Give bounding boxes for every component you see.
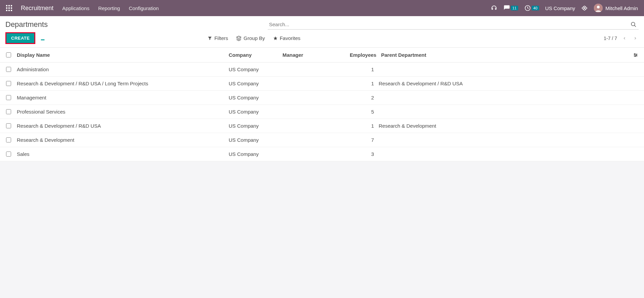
user-menu[interactable]: Mitchell Admin — [594, 4, 638, 12]
menu-applications[interactable]: Applications — [62, 5, 89, 11]
table-row[interactable]: SalesUS Company3 — [0, 147, 644, 161]
cell-employees: 2 — [350, 95, 377, 100]
cell-parent-dept: Research & Development / R&D USA — [377, 81, 627, 86]
topbar-left: Recruitment Applications Reporting Confi… — [6, 5, 159, 12]
col-company[interactable]: Company — [229, 52, 282, 58]
table-row[interactable]: Research & DevelopmentUS Company7 — [0, 133, 644, 147]
filters-label: Filters — [214, 35, 228, 41]
cell-display-name: Professional Services — [17, 109, 229, 115]
groupby-label: Group By — [243, 35, 265, 41]
apps-icon[interactable] — [6, 5, 12, 11]
row-checkbox[interactable] — [6, 95, 11, 100]
activities-badge: 40 — [532, 6, 539, 10]
col-display-name[interactable]: Display Name — [17, 52, 229, 58]
cell-company: US Company — [229, 109, 282, 115]
page-title: Departments — [5, 20, 48, 29]
svg-line-13 — [634, 25, 636, 27]
pager-text[interactable]: 1-7 / 7 — [604, 36, 617, 41]
cell-employees: 3 — [350, 151, 377, 157]
svg-rect-6 — [6, 10, 7, 11]
svg-point-18 — [636, 54, 637, 55]
avatar — [594, 4, 603, 12]
cell-display-name: Research & Development — [17, 137, 229, 143]
svg-point-11 — [597, 6, 600, 8]
cell-company: US Company — [229, 137, 282, 143]
svg-rect-8 — [11, 10, 12, 11]
import-icon[interactable] — [40, 36, 45, 41]
cell-company: US Company — [229, 151, 282, 157]
cell-company: US Company — [229, 81, 282, 86]
funnel-icon — [207, 36, 212, 41]
svg-rect-5 — [11, 7, 12, 9]
layers-icon — [236, 36, 241, 41]
row-checkbox[interactable] — [6, 152, 11, 157]
create-button[interactable]: CREATE — [5, 32, 35, 44]
table-row[interactable]: Research & Development / R&D USA / Long … — [0, 77, 644, 91]
svg-point-12 — [631, 22, 635, 26]
svg-point-17 — [634, 53, 635, 54]
cell-display-name: Research & Development / R&D USA / Long … — [17, 81, 229, 86]
cell-employees: 5 — [350, 109, 377, 115]
table-row[interactable]: ManagementUS Company2 — [0, 91, 644, 105]
menu-reporting[interactable]: Reporting — [98, 5, 120, 11]
user-name: Mitchell Admin — [605, 5, 638, 11]
topbar-right: 11 40 US Company Mitchell Admin — [491, 4, 638, 12]
cell-display-name: Sales — [17, 151, 229, 157]
cell-display-name: Administration — [17, 67, 229, 72]
svg-rect-1 — [8, 5, 10, 6]
controlbar: Departments CREATE Filters Group By Favo… — [0, 16, 644, 48]
filters-button[interactable]: Filters — [207, 35, 228, 41]
pager-prev[interactable] — [621, 36, 628, 40]
cell-employees: 1 — [350, 67, 377, 72]
table-row[interactable]: AdministrationUS Company1 — [0, 62, 644, 77]
topbar: Recruitment Applications Reporting Confi… — [0, 0, 644, 16]
cell-parent-dept: Research & Development — [377, 123, 627, 129]
brand-title[interactable]: Recruitment — [21, 5, 53, 12]
activities-icon[interactable]: 40 — [524, 5, 539, 11]
cell-employees: 1 — [350, 81, 377, 86]
discuss-icon[interactable]: 11 — [503, 5, 518, 11]
select-all-checkbox[interactable] — [6, 52, 11, 57]
row-checkbox[interactable] — [6, 123, 11, 128]
cell-display-name: Management — [17, 95, 229, 100]
row-checkbox[interactable] — [6, 67, 11, 72]
row-checkbox[interactable] — [6, 109, 11, 114]
favorites-button[interactable]: Favorites — [273, 35, 301, 41]
list-view: Display Name Company Manager Employees P… — [0, 48, 644, 161]
search-input[interactable] — [268, 19, 629, 29]
optional-fields-icon[interactable] — [627, 52, 644, 58]
search-icon[interactable] — [629, 22, 639, 28]
search-bar[interactable] — [268, 19, 639, 30]
row-checkbox[interactable] — [6, 81, 11, 86]
list-header: Display Name Company Manager Employees P… — [0, 48, 644, 62]
favorites-label: Favorites — [280, 35, 301, 41]
table-row[interactable]: Professional ServicesUS Company5 — [0, 105, 644, 119]
cell-employees: 7 — [350, 137, 377, 143]
col-parent-dept[interactable]: Parent Department — [379, 52, 627, 58]
svg-rect-2 — [11, 5, 12, 6]
svg-rect-3 — [6, 7, 7, 9]
svg-rect-7 — [8, 10, 10, 11]
cell-employees: 1 — [350, 123, 377, 129]
svg-rect-4 — [8, 7, 10, 9]
table-row[interactable]: Research & Development / R&D USAUS Compa… — [0, 119, 644, 133]
col-employees[interactable]: Employees — [350, 52, 379, 58]
svg-point-19 — [635, 56, 636, 57]
row-checkbox[interactable] — [6, 137, 11, 142]
pager-next[interactable] — [632, 36, 639, 40]
groupby-button[interactable]: Group By — [236, 35, 265, 41]
support-icon[interactable] — [491, 5, 497, 11]
svg-rect-0 — [6, 5, 7, 6]
menu-configuration[interactable]: Configuration — [129, 5, 159, 11]
discuss-badge: 11 — [511, 6, 518, 10]
star-icon — [273, 36, 278, 41]
col-manager[interactable]: Manager — [282, 52, 350, 58]
company-switcher[interactable]: US Company — [545, 5, 575, 11]
debug-icon[interactable] — [581, 5, 588, 11]
cell-company: US Company — [229, 67, 282, 72]
cell-display-name: Research & Development / R&D USA — [17, 123, 229, 129]
cell-company: US Company — [229, 123, 282, 129]
cell-company: US Company — [229, 95, 282, 100]
